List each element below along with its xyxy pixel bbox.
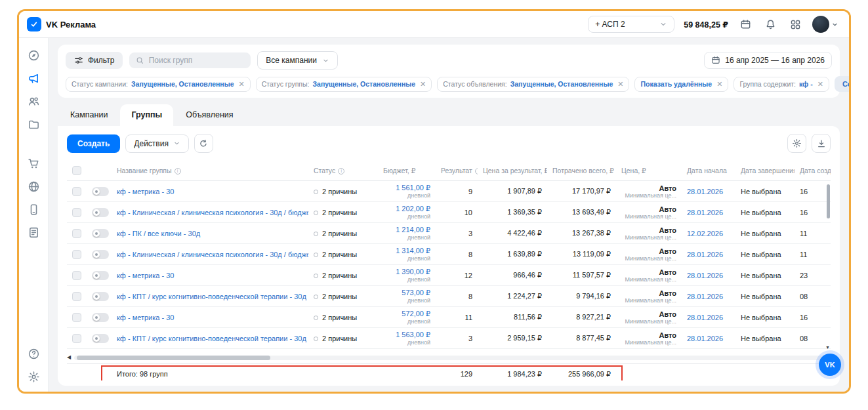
- scroll-left-icon[interactable]: ◀: [67, 355, 71, 360]
- row-toggle[interactable]: [92, 250, 109, 259]
- support-chat-fab[interactable]: VK: [819, 354, 841, 376]
- refresh-button[interactable]: [194, 134, 213, 153]
- account-select[interactable]: + АСП 2: [588, 16, 674, 33]
- chip-remove-icon[interactable]: ✕: [239, 80, 245, 89]
- chip-remove-icon[interactable]: ✕: [420, 80, 426, 89]
- filter-chip[interactable]: Статус кампании: Запущенные, Остановленн…: [66, 77, 251, 92]
- tab-ads[interactable]: Объявления: [175, 104, 244, 126]
- table-settings-button[interactable]: [787, 134, 806, 153]
- column-header-start[interactable]: Дата начала: [682, 161, 735, 181]
- group-name-link[interactable]: кф - Клиническая / клиническая психологи…: [117, 209, 308, 216]
- group-name-link[interactable]: кф - КПТ / курс когнитивно-поведенческой…: [117, 335, 306, 342]
- scroll-down-icon[interactable]: ▼: [825, 345, 830, 350]
- column-header-result[interactable]: Результат: [436, 161, 478, 181]
- group-name-link[interactable]: кф - ПК / все ключи - 30д: [117, 230, 200, 237]
- start-date-link[interactable]: 28.01.2026: [687, 188, 723, 195]
- settings-gear-icon[interactable]: [25, 368, 42, 385]
- select-all-checkbox[interactable]: [72, 166, 81, 175]
- apps-grid-icon[interactable]: [787, 16, 803, 32]
- column-header-budget[interactable]: Бюджет, ₽: [378, 161, 436, 181]
- filter-chip[interactable]: Группа содержит: кф - ✕: [734, 77, 829, 92]
- row-checkbox[interactable]: [72, 271, 81, 280]
- tab-groups[interactable]: Группы: [120, 104, 173, 126]
- mobile-apps-phone-icon[interactable]: [25, 201, 42, 218]
- filter-chip[interactable]: Показать удалённые ✕: [634, 77, 728, 92]
- row-checkbox[interactable]: [72, 229, 81, 238]
- start-date-link[interactable]: 28.01.2026: [687, 251, 723, 258]
- row-toggle[interactable]: [92, 229, 109, 238]
- budget-value[interactable]: 572,00 ₽: [383, 310, 430, 318]
- create-button[interactable]: Создать: [67, 134, 120, 153]
- column-header-spent[interactable]: Потрачено всего, ₽↓: [547, 161, 616, 181]
- budget-value[interactable]: 1 202,00 ₽: [383, 205, 430, 213]
- export-download-button[interactable]: [812, 134, 831, 153]
- horizontal-scrollbar-thumb[interactable]: [77, 356, 270, 360]
- group-name-link[interactable]: кф - Клиническая / клиническая психологи…: [117, 251, 308, 258]
- column-header-price[interactable]: Цена, ₽: [616, 161, 682, 181]
- vk-ads-logo[interactable]: VK Реклама: [27, 17, 96, 31]
- budget-value[interactable]: 1 563,00 ₽: [383, 331, 430, 339]
- budget-value[interactable]: 573,00 ₽: [383, 289, 430, 297]
- start-date-link[interactable]: 28.01.2026: [687, 314, 723, 321]
- group-name-link[interactable]: кф - метрика - 30: [117, 188, 174, 195]
- column-header-name[interactable]: Название группы: [112, 161, 308, 181]
- media-folder-icon[interactable]: [25, 115, 42, 133]
- audience-users-icon[interactable]: [25, 92, 42, 110]
- start-date-link[interactable]: 28.01.2026: [687, 209, 723, 216]
- commerce-cart-icon[interactable]: [25, 155, 42, 172]
- search-groups-input[interactable]: [149, 56, 245, 65]
- leadforms-document-icon[interactable]: [25, 224, 42, 241]
- row-checkbox[interactable]: [72, 334, 81, 343]
- filter-chip[interactable]: Статус группы: Запущенные, Остановленные…: [256, 77, 432, 92]
- chip-remove-icon[interactable]: ✕: [817, 80, 823, 89]
- row-toggle[interactable]: [92, 187, 109, 196]
- column-header-status[interactable]: Статус: [308, 161, 378, 181]
- calendar-icon[interactable]: [737, 16, 753, 32]
- budget-value[interactable]: 1 561,00 ₽: [383, 184, 430, 192]
- chip-remove-icon[interactable]: ✕: [617, 80, 623, 89]
- row-checkbox[interactable]: [72, 187, 81, 196]
- overview-compass-icon[interactable]: [25, 47, 42, 64]
- actions-button[interactable]: Действия: [125, 134, 189, 153]
- row-checkbox[interactable]: [72, 208, 81, 217]
- filter-chip[interactable]: Статус объявления: Запущенные, Остановле…: [437, 77, 629, 92]
- all-campaigns-select[interactable]: Все кампании: [257, 51, 338, 70]
- tab-campaigns[interactable]: Кампании: [59, 104, 119, 126]
- row-checkbox[interactable]: [72, 292, 81, 301]
- created-date-cell: 16: [795, 307, 831, 328]
- column-header-end[interactable]: Дата завершения: [735, 161, 795, 181]
- row-toggle[interactable]: [92, 271, 109, 280]
- filter-button[interactable]: Фильтр: [66, 52, 123, 69]
- row-toggle[interactable]: [92, 313, 109, 322]
- save-filters-button[interactable]: Сохранить: [835, 76, 849, 92]
- table-row: кф - метрика - 30 2 причины 359,00 ₽днев…: [67, 349, 831, 352]
- row-checkbox[interactable]: [72, 250, 81, 259]
- start-date-link[interactable]: 28.01.2026: [687, 272, 723, 279]
- budget-value[interactable]: 1 214,00 ₽: [383, 226, 430, 234]
- sites-globe-icon[interactable]: [25, 178, 42, 195]
- group-name-link[interactable]: кф - КПТ / курс когнитивно-поведенческой…: [117, 293, 306, 300]
- row-toggle[interactable]: [92, 292, 109, 301]
- budget-value[interactable]: 1 390,00 ₽: [383, 268, 430, 276]
- horizontal-scrollbar-track[interactable]: [74, 356, 831, 360]
- start-date-link[interactable]: 28.01.2026: [687, 335, 723, 342]
- date-range-picker[interactable]: 16 апр 2025 — 16 апр 2026: [704, 52, 832, 69]
- help-icon[interactable]: [25, 345, 42, 362]
- row-toggle[interactable]: [92, 334, 109, 343]
- start-date-link[interactable]: 12.02.2026: [687, 230, 723, 237]
- group-name-link[interactable]: кф - метрика - 30: [117, 314, 174, 321]
- price-mode: Авто: [621, 289, 676, 297]
- chip-remove-icon[interactable]: ✕: [716, 80, 722, 89]
- toggle-knob: [93, 188, 100, 195]
- campaigns-megaphone-icon[interactable]: [25, 70, 42, 87]
- start-date-link[interactable]: 28.01.2026: [687, 293, 723, 300]
- bell-icon[interactable]: [762, 16, 778, 32]
- row-checkbox[interactable]: [72, 313, 81, 322]
- vertical-scrollbar-thumb[interactable]: [827, 184, 830, 218]
- column-header-created[interactable]: Дата создания: [795, 161, 831, 181]
- profile-menu[interactable]: [812, 16, 838, 33]
- budget-value[interactable]: 1 314,00 ₽: [383, 247, 430, 255]
- row-toggle[interactable]: [92, 208, 109, 217]
- group-name-link[interactable]: кф - метрика - 30: [117, 272, 174, 279]
- column-header-cpr[interactable]: Цена за результат, ₽: [478, 161, 547, 181]
